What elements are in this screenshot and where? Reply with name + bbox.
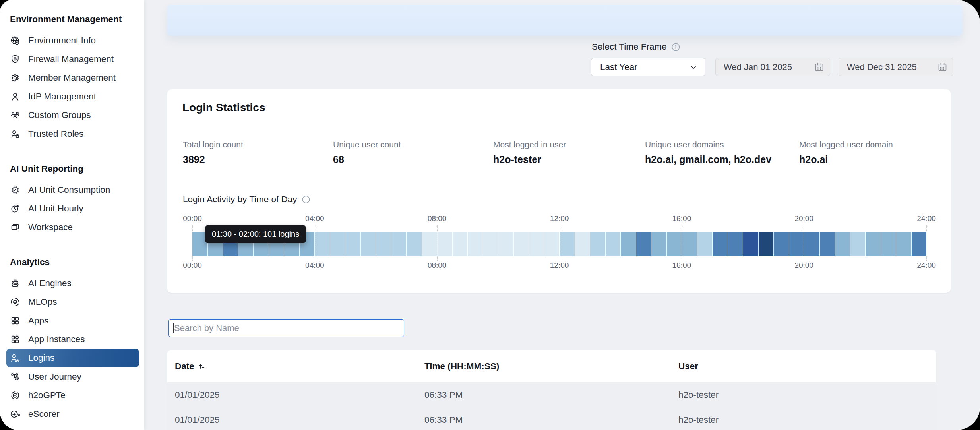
sidebar-item-h2ogpte[interactable]: h2oGPTe: [6, 386, 139, 405]
heatmap-cell-46[interactable]: [896, 232, 912, 256]
heatmap-cell-30[interactable]: [651, 232, 667, 256]
sidebar-item-ai-engines[interactable]: AI Engines: [6, 274, 139, 292]
heatmap-cell-8[interactable]: [315, 232, 330, 256]
heatmap-cell-29[interactable]: [636, 232, 652, 256]
heatmap-cell-17[interactable]: [453, 232, 468, 256]
stat-unique-user-domains: Unique user domains h2o.ai, gmail.com, h…: [645, 140, 771, 165]
engine-icon: [10, 278, 20, 289]
heatmap-cell-34[interactable]: [713, 232, 728, 256]
sidebar-item-idp-management[interactable]: IdP Management: [6, 87, 139, 106]
heatmap-cell-25[interactable]: [575, 232, 591, 256]
heatmap-cell-41[interactable]: [820, 232, 835, 256]
layers-icon: [10, 222, 20, 232]
sidebar-section-ai-unit-reporting: AI Unit ReportingAI Unit ConsumptionAI U…: [0, 164, 144, 236]
heatmap-cell-19[interactable]: [483, 232, 499, 256]
column-header-label: Date: [175, 361, 194, 372]
heatmap-cell-24[interactable]: [560, 232, 575, 256]
sidebar-item-member-management[interactable]: Member Management: [6, 68, 139, 87]
sidebar-item-ai-unit-consumption[interactable]: AI Unit Consumption: [6, 180, 139, 199]
column-header-label: User: [678, 361, 698, 372]
heatmap-cell-27[interactable]: [606, 232, 621, 256]
heatmap-cell-44[interactable]: [866, 232, 881, 256]
sidebar-item-custom-groups[interactable]: Custom Groups: [6, 106, 139, 124]
heatmap-cell-43[interactable]: [850, 232, 866, 256]
sidebar-item-ai-unit-hourly[interactable]: AI Unit Hourly: [6, 199, 139, 218]
sidebar-item-workspace[interactable]: Workspace: [6, 218, 139, 236]
heatmap-cell-42[interactable]: [835, 232, 850, 256]
heatmap-cell-21[interactable]: [514, 232, 529, 256]
heatmap-cell-40[interactable]: [804, 232, 820, 256]
heatmap-cell-31[interactable]: [667, 232, 682, 256]
sidebar-item-firewall-management[interactable]: Firewall Management: [6, 50, 139, 68]
heatmap-axis-label: 20:00: [794, 261, 813, 270]
sort-icon[interactable]: [197, 361, 207, 372]
timeframe-label-row: Select Time Frame: [592, 42, 681, 52]
sidebar-item-user-journey[interactable]: User Journey: [6, 367, 139, 386]
heatmap-cell-28[interactable]: [621, 232, 636, 256]
end-date-button[interactable]: Wed Dec 31 2025: [839, 58, 953, 76]
heatmap-gridline: [804, 225, 804, 231]
sidebar-item-escorer[interactable]: eScorer: [6, 405, 139, 423]
heatmap-cell-38[interactable]: [774, 232, 789, 256]
scorer-icon: [10, 409, 20, 419]
info-icon[interactable]: [671, 42, 681, 52]
stat-unique-user-count: Unique user count 68: [333, 140, 401, 165]
heatmap-cell-13[interactable]: [391, 232, 407, 256]
search-input[interactable]: [168, 319, 404, 337]
heatmap-cell-22[interactable]: [529, 232, 544, 256]
heatmap-cell-15[interactable]: [422, 232, 438, 256]
heatmap-cell-23[interactable]: [544, 232, 560, 256]
stat-value: 3892: [183, 154, 243, 165]
heatmap-cell-37[interactable]: [759, 232, 774, 256]
heatmap-cell-39[interactable]: [789, 232, 805, 256]
heatmap-gridline: [926, 225, 927, 231]
timeframe-select[interactable]: Last Year: [591, 58, 705, 76]
heatmap-gridline: [315, 256, 315, 261]
app-instances-icon: [10, 334, 20, 345]
stat-most-logged-in-user: Most logged in user h2o-tester: [493, 140, 566, 165]
column-header-time-hh-mm-ss[interactable]: Time (HH:MM:SS): [424, 361, 678, 372]
heatmap-cell-26[interactable]: [590, 232, 606, 256]
target-icon: [10, 390, 20, 401]
heatmap-cell-9[interactable]: [330, 232, 346, 256]
sidebar-item-environment-info[interactable]: Environment Info: [6, 31, 139, 50]
sidebar-item-label: Apps: [28, 316, 48, 326]
heatmap-cell-11[interactable]: [361, 232, 376, 256]
sidebar-item-label: User Journey: [28, 372, 81, 382]
heatmap-cell-32[interactable]: [682, 232, 697, 256]
heatmap-cell-36[interactable]: [743, 232, 759, 256]
sidebar-item-app-instances[interactable]: App Instances: [6, 330, 139, 349]
table-header: DateTime (HH:MM:SS)User: [167, 350, 936, 382]
info-icon[interactable]: [301, 195, 311, 205]
sidebar-item-mlops[interactable]: MLOps: [6, 292, 139, 311]
heatmap-cell-33[interactable]: [697, 232, 713, 256]
sidebar-item-trusted-roles[interactable]: Trusted Roles: [6, 124, 139, 143]
heatmap-cell-16[interactable]: [437, 232, 453, 256]
heatmap-gridline: [682, 256, 682, 261]
sidebar-item-logins[interactable]: Logins: [6, 349, 139, 367]
start-date-button[interactable]: Wed Jan 01 2025: [715, 58, 830, 76]
heatmap-cell-12[interactable]: [376, 232, 391, 256]
timeframe-label: Select Time Frame: [592, 42, 667, 52]
heatmap-cell-14[interactable]: [407, 232, 422, 256]
table-cell: 06:33 PM: [424, 390, 678, 400]
sidebar-item-label: IdP Management: [28, 91, 96, 102]
heatmap-gridline: [315, 232, 315, 256]
heatmap-axis-label: 00:00: [183, 261, 202, 270]
heatmap-cell-35[interactable]: [728, 232, 744, 256]
mlops-icon: [10, 297, 20, 307]
column-header-date[interactable]: Date: [175, 361, 424, 372]
heatmap-cell-18[interactable]: [468, 232, 483, 256]
heatmap-cell-45[interactable]: [881, 232, 897, 256]
heatmap-cell-47[interactable]: [912, 232, 927, 256]
column-header-user[interactable]: User: [678, 361, 936, 372]
sidebar-section-analytics: AnalyticsAI EnginesMLOpsAppsApp Instance…: [0, 257, 144, 423]
top-banner: [167, 5, 963, 36]
sidebar-section-environment-management: Environment ManagementEnvironment InfoFi…: [0, 14, 144, 143]
heatmap-tooltip-text: 01:30 - 02:00: 101 logins: [212, 230, 299, 239]
heatmap-cell-20[interactable]: [498, 232, 514, 256]
heatmap-cell-10[interactable]: [345, 232, 361, 256]
stat-label: Unique user count: [333, 140, 401, 149]
sidebar-item-apps[interactable]: Apps: [6, 311, 139, 330]
table-cell: 01/01/2025: [175, 390, 424, 400]
